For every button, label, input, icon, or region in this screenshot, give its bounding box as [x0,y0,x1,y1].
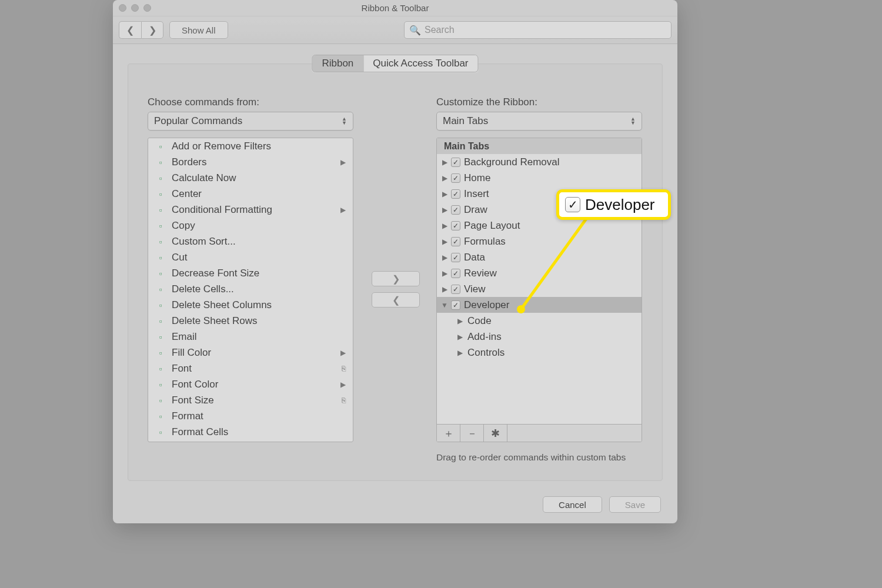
checkbox[interactable]: ✓ [451,269,460,278]
back-button[interactable]: ❮ [119,21,141,39]
command-item[interactable]: ▫Delete Cells... [148,281,353,297]
checkbox[interactable]: ✓ [451,189,460,199]
submenu-icon: ⎘ [342,396,346,405]
command-item[interactable]: ▫Format Cells [148,424,353,440]
tree-row[interactable]: ▶✓Formulas [437,233,642,249]
command-item[interactable]: ▫Borders▶ [148,154,353,170]
command-item[interactable]: ▫Email [148,329,353,345]
command-icon: ▫ [155,411,166,422]
command-item[interactable]: ▫Font Color▶ [148,376,353,392]
command-item[interactable]: ▫Format [148,408,353,424]
command-item[interactable]: ▫Add or Remove Filters [148,138,353,154]
checkbox[interactable]: ✓ [451,300,460,310]
close-icon[interactable] [119,4,126,12]
disclosure-right-icon[interactable]: ▶ [440,269,449,278]
command-item[interactable]: ▫Decrease Font Size [148,265,353,281]
commands-list[interactable]: ▫Add or Remove Filters▫Borders▶▫Calculat… [148,138,353,442]
disclosure-right-icon[interactable]: ▶ [440,190,449,198]
command-icon: ▫ [155,189,166,199]
command-item[interactable]: ▫Cut [148,249,353,265]
checkbox[interactable]: ✓ [451,173,460,183]
command-label: Calculate Now [172,172,236,184]
checkbox[interactable]: ✓ [451,205,460,215]
disclosure-right-icon[interactable]: ▶ [456,349,464,357]
command-icon: ▫ [155,284,166,295]
command-item[interactable]: ▫Font⎘ [148,360,353,376]
tree-label: Code [467,315,492,327]
disclosure-right-icon[interactable]: ▶ [440,222,449,230]
tree-row[interactable]: ▶✓Home [437,170,642,186]
command-item[interactable]: ▫Delete Sheet Columns [148,297,353,313]
tree-label: Draw [464,204,487,216]
window-title: Ribbon & Toolbar [362,3,429,13]
command-item[interactable]: ▫Calculate Now [148,170,353,186]
command-item[interactable]: ▫Fill Color▶ [148,345,353,360]
tree-row[interactable]: ▶✓Data [437,249,642,265]
command-item[interactable]: ▫Copy [148,218,353,233]
tree-label: Add-ins [467,331,502,343]
command-icon: ▫ [155,300,166,310]
tree-child-row[interactable]: ▶Add-ins [437,329,642,345]
command-item[interactable]: ▫Conditional Formatting▶ [148,202,353,218]
ribbon-tree[interactable]: Main Tabs▶✓Background Removal▶✓Home▶✓Ins… [436,138,642,442]
command-icon: ▫ [155,157,166,168]
tree-row[interactable]: ▶✓Page Layout [437,218,642,233]
toolbar: ❮ ❯ Show All 🔍 Search [113,16,677,44]
tab-settings-button[interactable]: ✱ [484,425,507,442]
add-tab-button[interactable]: ＋ [437,425,460,442]
search-input[interactable]: 🔍 Search [404,21,671,39]
zoom-icon[interactable] [143,4,151,12]
tab-ribbon[interactable]: Ribbon [312,55,363,72]
forward-button[interactable]: ❯ [141,21,163,39]
disclosure-right-icon[interactable]: ▶ [440,238,449,246]
remove-tab-button[interactable]: － [460,425,484,442]
tree-row[interactable]: ▼✓Developer [437,297,642,313]
disclosure-right-icon[interactable]: ▶ [440,206,449,214]
command-icon: ▫ [155,316,166,326]
command-label: Font Size [172,395,214,406]
disclosure-right-icon[interactable]: ▶ [456,333,464,341]
tab-qat[interactable]: Quick Access Toolbar [363,55,477,72]
ribbon-popup[interactable]: Main Tabs ▲▼ [436,112,642,131]
preferences-window: Ribbon & Toolbar ❮ ❯ Show All 🔍 Search R… [113,0,677,523]
command-item[interactable]: ▫Center [148,186,353,202]
remove-command-button[interactable]: ❮ [372,292,420,308]
ribbon-popup-value: Main Tabs [443,115,488,127]
submenu-icon: ▶ [340,158,346,166]
command-item[interactable]: ▫Delete Sheet Rows [148,313,353,329]
command-label: Fill Color [172,347,211,359]
tree-row[interactable]: ▶✓Review [437,265,642,281]
command-icon: ▫ [155,268,166,279]
tree-label: Data [464,252,485,263]
tree-header: Main Tabs [437,138,642,154]
tree-child-row[interactable]: ▶Code [437,313,642,329]
ribbon-label: Customize the Ribbon: [436,96,642,108]
disclosure-right-icon[interactable]: ▶ [456,317,464,325]
commands-popup[interactable]: Popular Commands ▲▼ [148,112,353,131]
disclosure-right-icon[interactable]: ▶ [440,158,449,166]
checkbox[interactable]: ✓ [451,158,460,167]
disclosure-right-icon[interactable]: ▶ [440,253,449,262]
disclosure-right-icon[interactable]: ▶ [440,174,449,182]
command-icon: ▫ [155,348,166,358]
titlebar: Ribbon & Toolbar [113,0,677,16]
disclosure-down-icon[interactable]: ▼ [440,301,449,309]
add-command-button[interactable]: ❯ [372,271,420,286]
command-icon: ▫ [155,395,166,406]
checkbox[interactable]: ✓ [451,237,460,246]
checkbox[interactable]: ✓ [451,285,460,294]
cancel-button[interactable]: Cancel [543,496,602,513]
tree-row[interactable]: ▶✓Background Removal [437,154,642,170]
command-icon: ▫ [155,220,166,231]
show-all-button[interactable]: Show All [169,21,228,39]
tree-child-row[interactable]: ▶Controls [437,345,642,360]
command-item[interactable]: ▫Custom Sort... [148,233,353,249]
disclosure-right-icon[interactable]: ▶ [440,285,449,293]
tree-row[interactable]: ▶✓View [437,281,642,297]
command-item[interactable]: ▫Font Size⎘ [148,392,353,408]
command-label: Cut [172,252,187,263]
checkbox[interactable]: ✓ [451,221,460,230]
checkbox[interactable]: ✓ [451,253,460,262]
save-button[interactable]: Save [609,496,661,513]
minimize-icon[interactable] [131,4,139,12]
